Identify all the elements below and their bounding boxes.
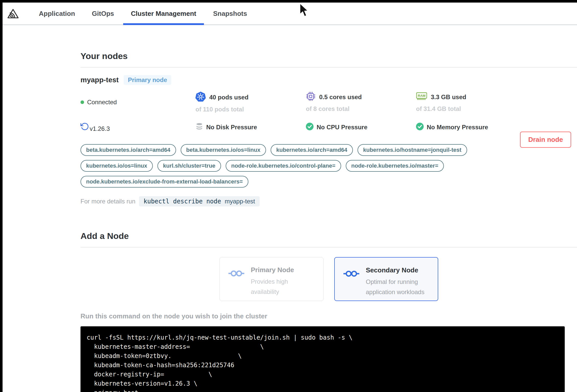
disk-pressure-label: No Disk Pressure [206, 124, 257, 131]
node-label-pill: node-role.kubernetes.io/master= [346, 160, 444, 172]
node-details-hint: For more details run kubectl describe no… [80, 196, 577, 206]
admin-console-window: Application GitOps Cluster Management Sn… [3, 3, 577, 392]
primary-node-card-title: Primary Node [251, 266, 317, 274]
nav-tabs: Application GitOps Cluster Management Sn… [38, 3, 248, 25]
version-icon [80, 122, 89, 132]
terminal-line: curl -fsSL https://kurl.sh/jq-new-test-u… [87, 333, 560, 342]
secondary-node-card[interactable]: Secondary Node Optimal for running appli… [334, 257, 438, 301]
ram-icon: RAM [416, 91, 427, 103]
memory-stat: RAM 3.3 GB used of 31.4 GB to [416, 91, 577, 113]
join-command-terminal: curl -fsSL https://kurl.sh/jq-new-test-u… [80, 326, 565, 392]
kubectl-command-chip: kubectl describe node myapp-test [139, 196, 260, 206]
app-logo-icon [7, 8, 19, 19]
version-label: v1.26.3 [90, 125, 110, 132]
disk-pressure-condition: No Disk Pressure [195, 122, 306, 132]
memory-total-label: of 31.4 GB total [416, 105, 577, 112]
node-version: v1.26.3 [80, 122, 195, 132]
your-nodes-title: Your nodes [80, 51, 577, 61]
node-summary: myapp-test Primary node Connected [80, 75, 577, 132]
node-label-pill: kubernetes.io/os=linux [80, 160, 153, 172]
terminal-line: primary-host= [87, 388, 560, 392]
memory-used-label: 3.3 GB used [431, 94, 466, 101]
kubectl-command: kubectl describe node [144, 198, 221, 205]
cpu-icon [306, 91, 316, 103]
terminal-line: kubernetes-version=v1.26.3 \ [87, 379, 560, 388]
primary-node-badge: Primary node [124, 75, 171, 85]
node-type-options: Primary Node Provides high availability … [80, 257, 577, 301]
terminal-line: docker-registry-ip= \ [87, 370, 560, 379]
memory-pressure-condition: No Memory Pressure [416, 122, 577, 132]
node-name-row: myapp-test Primary node [80, 75, 577, 85]
node-panel: myapp-test Primary node Connected [80, 75, 577, 206]
node-labels: beta.kubernetes.io/arch=amd64 beta.kuber… [80, 144, 523, 188]
memory-pressure-label: No Memory Pressure [427, 124, 488, 131]
secondary-node-card-title: Secondary Node [366, 266, 432, 274]
nodes-link-icon [343, 269, 359, 301]
kubernetes-icon [195, 91, 206, 103]
node-name: myapp-test [80, 76, 119, 84]
cpu-pressure-condition: No CPU Pressure [306, 122, 416, 132]
check-circle-icon [306, 123, 314, 132]
join-command-instruction: Run this command on the node you wish to… [80, 312, 577, 320]
node-label-pill: node-role.kubernetes.io/control-plane= [226, 160, 341, 172]
node-label-pill: beta.kubernetes.io/arch=amd64 [80, 144, 176, 156]
section-divider [80, 67, 577, 67]
main-content: Your nodes myapp-test Primary node Conne… [3, 51, 577, 392]
mouse-cursor-icon [298, 3, 309, 19]
connected-dot-icon [80, 100, 84, 104]
tab-snapshots[interactable]: Snapshots [212, 3, 248, 25]
pods-used-label: 40 pods used [209, 94, 248, 101]
terminal-line: kubeadm-token=0ztbvy. \ [87, 351, 560, 361]
check-circle-icon [416, 123, 424, 132]
cores-used-label: 0.5 cores used [319, 94, 362, 101]
svg-text:RAM: RAM [418, 94, 425, 98]
pods-total-label: of 110 pods total [195, 106, 306, 113]
disk-icon [195, 123, 203, 132]
pods-stat: 40 pods used of 110 pods total [195, 91, 306, 113]
node-label-pill: kubernetes.io/arch=amd64 [271, 144, 353, 156]
cores-total-label: of 8 cores total [306, 105, 416, 112]
tab-gitops[interactable]: GitOps [91, 3, 115, 25]
terminal-line: kubernetes-master-address= \ [87, 342, 560, 351]
node-label-pill: kubernetes.io/hostname=jonquil-test [357, 144, 467, 156]
kubectl-node-arg: myapp-test [225, 198, 255, 205]
node-label-pill: kurl.sh/cluster=true [157, 160, 221, 172]
node-label-pill: node.kubernetes.io/exclude-from-external… [80, 176, 248, 188]
details-prefix: For more details run [80, 198, 135, 205]
top-nav: Application GitOps Cluster Management Sn… [3, 3, 577, 25]
tab-cluster-management[interactable]: Cluster Management [130, 3, 197, 25]
node-status-label: Connected [87, 99, 117, 106]
add-node-title: Add a Node [80, 231, 577, 241]
tab-application[interactable]: Application [38, 3, 76, 25]
node-status: Connected [80, 91, 195, 113]
cpu-pressure-label: No CPU Pressure [317, 124, 367, 131]
primary-node-card[interactable]: Primary Node Provides high availability [220, 257, 324, 301]
primary-node-card-description: Provides high availability [251, 276, 317, 297]
nodes-link-icon [228, 269, 244, 301]
node-label-pill: beta.kubernetes.io/os=linux [181, 144, 266, 156]
drain-node-button[interactable]: Drain node [520, 132, 571, 148]
cores-stat: 0.5 cores used of 8 cores total [306, 91, 416, 113]
section-divider [80, 247, 577, 247]
secondary-node-card-description: Optimal for running application workload… [366, 277, 432, 297]
terminal-line: kubeadm-token-ca-hash=sha256:221d25746 [87, 361, 560, 370]
